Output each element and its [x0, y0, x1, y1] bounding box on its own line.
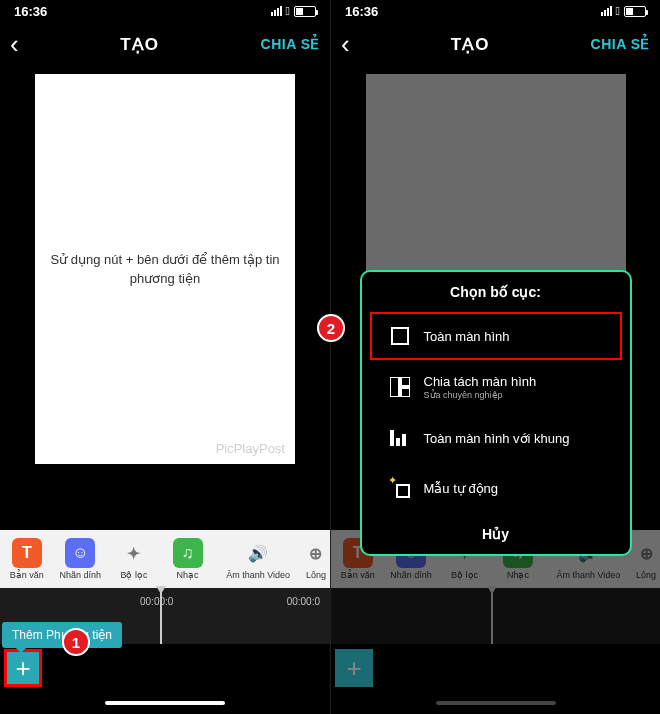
split-icon [388, 375, 412, 399]
tool-filter[interactable]: ✦ Bộ lọc [107, 530, 161, 588]
wifi-icon: 􀙇 [616, 4, 620, 18]
phone-screen-left: 16:36 􀙇 ‹ TẠO CHIA SẺ Sử dụng nút + bên … [0, 0, 330, 714]
status-indicators: 􀙇 [271, 4, 316, 18]
share-button[interactable]: CHIA SẺ [261, 36, 320, 52]
playhead [491, 588, 493, 644]
modal-overlay: Chọn bố cục: Toàn màn hình Chia tách màn… [331, 66, 660, 530]
fur-icon: ⊕ [631, 538, 660, 568]
audio-icon: 🔊 [243, 538, 273, 568]
media-track: + [331, 644, 660, 692]
layout-fullscreen[interactable]: Toàn màn hình [370, 312, 622, 360]
time-start: 00:00:0 [140, 596, 173, 607]
tool-fur: ⊕ Lông [632, 530, 660, 588]
back-button[interactable]: ‹ [10, 29, 19, 60]
tool-fur[interactable]: ⊕ Lông [302, 530, 330, 588]
home-indicator[interactable] [0, 692, 330, 714]
sticker-icon: ☺ [65, 538, 95, 568]
media-track: Thêm Phương tiện + 1 [0, 644, 330, 692]
timeline [331, 588, 660, 644]
fur-icon: ⊕ [301, 538, 330, 568]
status-indicators: 􀙇 [601, 4, 646, 18]
status-time: 16:36 [14, 4, 47, 19]
auto-template-icon [388, 476, 412, 500]
layout-auto-template[interactable]: Mẫu tự động [370, 464, 622, 512]
page-title: TẠO [120, 34, 159, 55]
music-icon: ♫ [173, 538, 203, 568]
nav-bar: ‹ TẠO CHIA SẺ [0, 22, 330, 66]
playhead[interactable] [160, 588, 162, 644]
canvas-hint: Sử dụng nút + bên dưới để thêm tập tin p… [42, 250, 287, 289]
tool-text[interactable]: T Bản văn [0, 530, 54, 588]
layout-fullscreen-frame[interactable]: Toàn màn hình với khung [370, 414, 622, 462]
status-time: 16:36 [345, 4, 378, 19]
toolbar: T Bản văn ☺ Nhãn dính ✦ Bộ lọc ♫ Nhạc 🔊 … [0, 530, 330, 588]
home-indicator [331, 692, 660, 714]
tool-sticker[interactable]: ☺ Nhãn dính [54, 530, 108, 588]
bars-icon [388, 426, 412, 450]
svg-rect-1 [401, 377, 410, 386]
back-button[interactable]: ‹ [341, 29, 350, 60]
signal-icon [271, 6, 282, 16]
canvas-area: 2 Chọn bố cục: Toàn màn hình Chia tách m… [331, 66, 660, 530]
battery-icon [294, 6, 316, 17]
add-media-button[interactable]: + [4, 649, 42, 687]
modal-title: Chọn bố cục: [362, 284, 630, 300]
watermark: PicPlayPost [216, 441, 285, 456]
status-bar: 16:36 􀙇 [0, 0, 330, 22]
time-end: 00:00:0 [287, 596, 320, 607]
fullscreen-icon [388, 324, 412, 348]
layout-split[interactable]: Chia tách màn hình Sửa chuyên nghiệp [370, 362, 622, 412]
battery-icon [624, 6, 646, 17]
signal-icon [601, 6, 612, 16]
share-button[interactable]: CHIA SẺ [591, 36, 650, 52]
svg-rect-2 [401, 388, 410, 397]
media-canvas[interactable]: Sử dụng nút + bên dưới để thêm tập tin p… [35, 74, 295, 464]
tool-audio[interactable]: 🔊 Âm thanh Video [214, 530, 302, 588]
canvas-area: Sử dụng nút + bên dưới để thêm tập tin p… [0, 66, 330, 530]
wifi-icon: 􀙇 [286, 4, 290, 18]
tool-music[interactable]: ♫ Nhạc [161, 530, 215, 588]
phone-screen-right: 16:36 􀙇 ‹ TẠO CHIA SẺ 2 Chọn bố cục: Toà… [330, 0, 660, 714]
page-title: TẠO [451, 34, 490, 55]
add-media-button: + [335, 649, 373, 687]
layout-modal: Chọn bố cục: Toàn màn hình Chia tách màn… [360, 270, 632, 556]
step-badge-1: 1 [62, 628, 90, 656]
status-bar: 16:36 􀙇 [331, 0, 660, 22]
step-badge-2: 2 [317, 314, 345, 342]
filter-icon: ✦ [119, 538, 149, 568]
text-icon: T [12, 538, 42, 568]
svg-rect-0 [390, 377, 399, 397]
modal-cancel[interactable]: Hủy [362, 514, 630, 548]
nav-bar: ‹ TẠO CHIA SẺ [331, 22, 660, 66]
